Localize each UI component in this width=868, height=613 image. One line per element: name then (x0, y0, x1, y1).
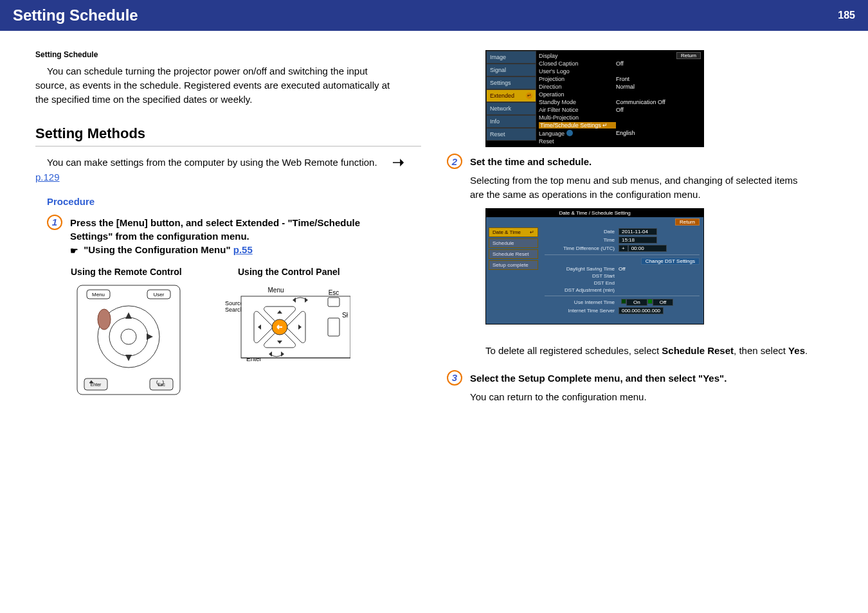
panel-menu-label: Menu (267, 287, 284, 294)
menu1-return: Return (676, 52, 701, 59)
remote-user-label: User (154, 292, 165, 298)
content-area: Setting Schedule You can schedule turnin… (0, 31, 868, 410)
step-1: 1 Press the [Menu] button, and select Ex… (47, 215, 421, 258)
menu1-network: Network (486, 102, 536, 115)
shot2-change-dst: Change DST Settings (641, 258, 700, 265)
shot2-dst-value: Off (619, 266, 626, 272)
step-3-text: Select the Setup Complete menu, and then… (470, 370, 727, 404)
step-1-text: Press the [Menu] button, and select Exte… (70, 215, 404, 258)
breadcrumb: Setting Schedule (35, 50, 421, 59)
step-2-body: Selecting from the top menu and sub menu… (470, 173, 804, 202)
panel-source-label: Source (225, 300, 244, 306)
svg-rect-23 (328, 298, 339, 306)
svg-text:Sł: Sł (342, 312, 348, 319)
step-3-title: Select the Setup Complete menu, and then… (470, 371, 727, 385)
left-column: Setting Schedule You can schedule turnin… (35, 50, 421, 410)
section-title: Setting Methods (35, 125, 421, 147)
intro-paragraph: You can schedule turning the projector p… (35, 64, 395, 106)
shot2-body: Return Date2011-11-04 Time15:18 Time Dif… (541, 217, 703, 317)
section-body-text: You can make settings from the computer … (47, 157, 380, 168)
shot2-tab-datetime: Date & Time ↵ (489, 227, 538, 237)
step-2-number: 2 (447, 154, 462, 169)
step-2-text: Set the time and schedule. Selecting fro… (470, 154, 804, 202)
shot2-tab-setup-complete: Setup complete (489, 260, 538, 270)
shot2-time: 15:18 (619, 236, 657, 244)
shot2-return: Return (675, 218, 700, 226)
menu1-time-schedule: Time/Schedule Settings ↵ (539, 122, 616, 129)
shot2-timediff: 00:00 (628, 245, 667, 252)
step-1-line1: Press the [Menu] button, and select Exte… (70, 216, 404, 243)
right-column: Image Signal Settings Extended↵ Network … (447, 50, 833, 410)
page-title: Setting Schedule (13, 6, 838, 24)
svg-point-9 (98, 309, 111, 330)
link-p55[interactable]: p.55 (233, 244, 253, 255)
panel-search-label: Search (225, 306, 244, 313)
menu1-image: Image (486, 51, 536, 64)
shot2-use-internet-time: On Off (621, 299, 673, 306)
hand-icon: ☛ (70, 245, 78, 256)
step-2: 2 Set the time and schedule. Selecting f… (447, 154, 833, 202)
control-panel-figure: Menu Esc Source Search Enter (209, 282, 350, 372)
globe-icon (566, 130, 573, 136)
step-3: 3 Select the Setup Complete menu, and th… (447, 370, 833, 404)
menu-screenshot-2: Date & Time / Schedule Setting Date & Ti… (485, 208, 704, 324)
step-1-line2-text: "Using the Configuration Menu" (84, 244, 233, 255)
procedure-header: Procedure (47, 196, 421, 207)
svg-rect-24 (328, 318, 339, 336)
figures-row: Menu User Enter (68, 282, 421, 398)
page-header: Setting Schedule 185 (0, 0, 868, 31)
menu1-settings: Settings (486, 76, 536, 89)
menu1-extended-badge: ↵ (526, 93, 532, 99)
link-p129[interactable]: p.129 (35, 172, 60, 182)
menu1-info: Info (486, 115, 536, 128)
step-2-title: Set the time and schedule. (470, 155, 804, 168)
pointer-icon (380, 156, 404, 170)
step-3-number: 3 (447, 370, 462, 386)
shot2-title: Date & Time / Schedule Setting (486, 209, 703, 217)
menu1-extended: Extended↵ (486, 89, 536, 102)
after-shot2-paragraph: To delete all registered schedules, sele… (485, 344, 820, 357)
section-body: You can make settings from the computer … (35, 155, 421, 184)
menu1-sidebar: Image Signal Settings Extended↵ Network … (486, 51, 536, 147)
step-1-number: 1 (47, 215, 62, 230)
page-number: 185 (838, 10, 855, 21)
shot2-tab-schedule: Schedule (489, 238, 538, 248)
sub-headers: Using the Remote Control Using the Contr… (71, 267, 421, 277)
remote-control-figure: Menu User Enter (68, 282, 190, 398)
menu-screenshot-1: Image Signal Settings Extended↵ Network … (485, 50, 704, 147)
shot2-date: 2011-11-04 (619, 228, 657, 235)
sub-header-remote: Using the Remote Control (71, 267, 238, 277)
shot2-sidebar: Date & Time ↵ Schedule Schedule Reset Se… (486, 217, 541, 317)
menu1-body: Return Display Closed CaptionOff User's … (536, 51, 703, 147)
remote-esc-label: Esc (158, 382, 165, 387)
step-1-line2: ☛ "Using the Configuration Menu" p.55 (70, 243, 404, 258)
remote-menu-label: Menu (92, 292, 105, 298)
menu1-reset: Reset (486, 128, 536, 141)
shot2-tab-schedule-reset: Schedule Reset (489, 249, 538, 259)
panel-esc-label: Esc (329, 289, 339, 296)
menu1-signal: Signal (486, 64, 536, 76)
step-3-body: You can return to the configuration menu… (470, 390, 727, 404)
sub-header-panel: Using the Control Panel (238, 267, 340, 277)
shot2-internet-time-server: 000.000.000.000 (619, 307, 664, 314)
